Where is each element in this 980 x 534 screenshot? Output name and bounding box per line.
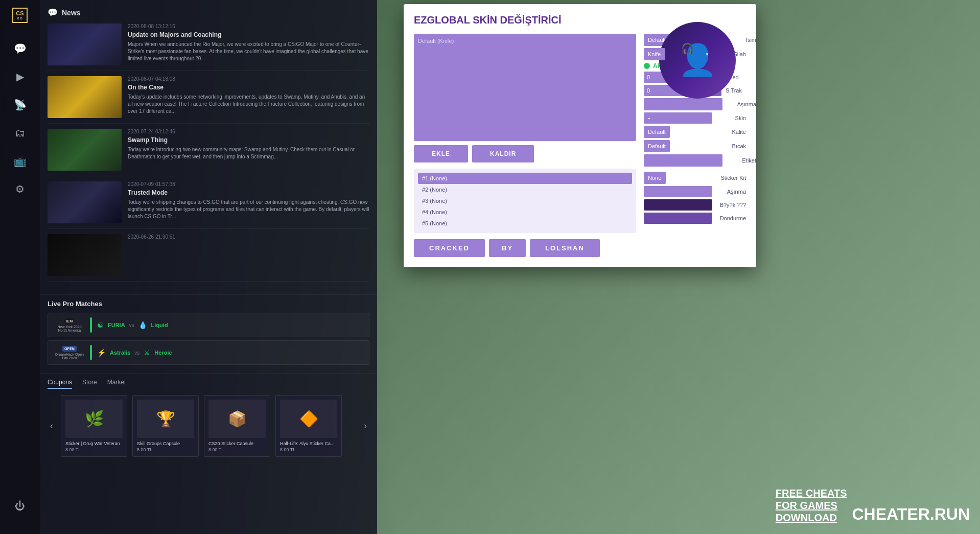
match-teams: ⚡ Astralis vs ⚔ Heroic	[97, 349, 363, 357]
sticker-kit-label: Sticker Kit	[715, 175, 746, 181]
tournament-badge: OPEN DreamHack Open Fall 2020	[54, 346, 85, 360]
bicak-row: Default Bıcak	[644, 140, 746, 152]
store-item-name: Half-Life: Alyx Sticker Ca...	[280, 441, 337, 446]
store-item-price: 8.00 TL	[280, 447, 337, 452]
sticker-asinma-label: Aşınma	[715, 189, 746, 195]
iem-badge: IEM	[64, 318, 75, 324]
watermark-line1: FREE CHEATS	[776, 487, 847, 499]
sidebar-item-inventory[interactable]: 🗂	[7, 120, 33, 146]
asinma-input[interactable]	[644, 98, 722, 110]
skin-changer-footer: CRACKED BY LOLSHAN	[414, 239, 746, 257]
store-item-price: 8.00 TL	[137, 447, 194, 452]
news-item[interactable]: 2020-08-08 13:12:16 Update on Majors and…	[48, 24, 369, 71]
bicak-label: Bıcak	[715, 143, 746, 149]
news-section-icon: 💬	[48, 8, 58, 17]
news-thumbnail	[48, 181, 122, 223]
tab-store[interactable]: Store	[82, 379, 97, 389]
match-item[interactable]: OPEN DreamHack Open Fall 2020 ⚡ Astralis…	[48, 340, 369, 365]
by-button[interactable]: BY	[489, 239, 526, 257]
avatar: 👤 🎧	[659, 22, 736, 99]
skin-action-buttons: EKLE KALDIR	[414, 145, 636, 162]
news-item[interactable]: 2020-07-24 03:12:46 Swamp Thing Today we…	[48, 129, 369, 176]
sticker-bozukluk-row: B?y?kl???	[644, 199, 746, 211]
inventory-icon: 🗂	[15, 127, 25, 139]
team1-logo: ⚡	[97, 349, 106, 357]
news-date: 2020-08-08 13:12:16	[128, 24, 369, 29]
sticker-slot-2[interactable]: #2 (None)	[418, 184, 632, 195]
tournament-name: DreamHack Open	[55, 353, 84, 356]
sticker-kit-select[interactable]: None	[644, 172, 666, 184]
etiket-row: Etiket	[644, 154, 746, 167]
app-logo: CS GO	[6, 5, 34, 26]
store-item[interactable]: 🏆 Skill Groups Capsule 8.00 TL	[132, 395, 199, 457]
kalite-row: Default Kalite	[644, 126, 746, 138]
news-section-title: News	[62, 9, 81, 17]
sidebar-item-watch[interactable]: 📺	[7, 148, 33, 174]
sticker-asinma-row: Aşınma	[644, 186, 746, 197]
store-item-name: Skill Groups Capsule	[137, 441, 194, 446]
store-item[interactable]: 📦 CS20 Sticker Capsule 8.00 TL	[204, 395, 270, 457]
news-date: 2020-07-24 03:12:46	[128, 129, 369, 134]
asinma-label: Aşınma	[726, 101, 756, 107]
sticker-slot-1[interactable]: #1 (None)	[418, 173, 632, 184]
news-content: 2020-06-26 21:30:51	[128, 234, 369, 276]
news-thumbnail	[48, 76, 122, 118]
store-prev-button[interactable]: ‹	[48, 418, 56, 434]
watermark-line2: FOR GAMES	[776, 499, 847, 512]
live-matches-title: Live Pro Matches	[48, 300, 369, 308]
store-item[interactable]: 🌿 Sticker | Drug War Veteran 8.00 TL	[61, 395, 127, 457]
news-date: 2020-06-26 21:30:51	[128, 234, 369, 240]
news-date: 2020-08-07 04:18:08	[128, 76, 369, 82]
store-item-price: 8.00 TL	[208, 447, 266, 452]
store-next-button[interactable]: ›	[361, 418, 369, 434]
lolshan-button[interactable]: LOLSHAN	[530, 239, 600, 257]
team1-name: Astralis	[110, 350, 130, 356]
kalite-select[interactable]: Default	[644, 126, 670, 138]
watermark-left-text: FREE CHEATS FOR GAMES DOWNLOAD	[776, 487, 847, 524]
news-thumbnail	[48, 24, 122, 65]
news-item[interactable]: 2020-07-09 01:57:38 Trusted Mode Today w…	[48, 181, 369, 229]
news-item[interactable]: 2020-06-26 21:30:51	[48, 234, 369, 282]
sidebar-item-exit[interactable]: ⏻	[7, 493, 33, 519]
sticker-bozukluk-bar	[644, 199, 712, 211]
cracked-button[interactable]: CRACKED	[414, 239, 485, 257]
news-date: 2020-07-09 01:57:38	[128, 181, 369, 187]
sticker-slot-3[interactable]: #3 (None)	[418, 195, 632, 206]
watch-icon: 📺	[14, 155, 27, 167]
news-title: Update on Majors and Coaching	[128, 31, 369, 38]
store-item-image: 🌿	[65, 400, 123, 438]
sidebar-item-news[interactable]: 💬	[7, 36, 33, 61]
match-item[interactable]: IEM New York 2020 North America ☯ FURIA …	[48, 313, 369, 337]
bicak-select[interactable]: Default	[644, 140, 670, 152]
skin-changer-left-panel: Default (Knife) EKLE KALDIR #1 (None) #2…	[414, 34, 636, 233]
tab-coupons[interactable]: Coupons	[48, 379, 72, 389]
silah-select[interactable]: Knife	[644, 48, 665, 60]
sidebar-item-settings[interactable]: ⚙	[7, 176, 33, 202]
settings-icon: ⚙	[15, 183, 25, 195]
sidebar-item-play[interactable]: ▶	[7, 64, 33, 89]
play-icon: ▶	[16, 71, 24, 83]
news-content: 2020-07-24 03:12:46 Swamp Thing Today we…	[128, 129, 369, 171]
etiket-input[interactable]	[644, 154, 722, 167]
sticker-slot-4[interactable]: #4 (None)	[418, 206, 632, 218]
sidebar-navigation: 💬 ▶ 📡 🗂 📺 ⚙	[7, 36, 33, 493]
store-item-name: Sticker | Drug War Veteran	[65, 441, 123, 446]
news-title: On the Case	[128, 84, 369, 91]
sticker-slot-5[interactable]: #5 (None)	[418, 218, 632, 229]
kaldir-button[interactable]: KALDIR	[472, 145, 534, 162]
news-item[interactable]: 2020-08-07 04:18:08 On the Case Today's …	[48, 76, 369, 124]
team2-logo: ⚔	[144, 349, 150, 357]
sticker-dondurme-label: Dondurme	[715, 215, 746, 221]
sidebar: CS GO 💬 ▶ 📡 🗂 📺 ⚙ ⏻	[0, 0, 40, 534]
news-thumbnail	[48, 129, 122, 171]
store-item[interactable]: 🔶 Half-Life: Alyx Sticker Ca... 8.00 TL	[275, 395, 342, 457]
news-excerpt: Majors When we announced the Rio Major, …	[128, 41, 369, 62]
sidebar-item-radar[interactable]: 📡	[7, 92, 33, 118]
tab-market[interactable]: Market	[107, 379, 126, 389]
news-content: 2020-08-07 04:18:08 On the Case Today's …	[128, 76, 369, 118]
ekle-button[interactable]: EKLE	[414, 145, 468, 162]
store-section: Coupons Store Market ‹ 🌿 Sticker | Drug …	[40, 373, 377, 462]
sticker-kit-row: None Sticker Kit	[644, 172, 746, 184]
store-item-price: 8.00 TL	[65, 447, 123, 452]
watermark-site: CHEATER.RUN	[852, 505, 970, 524]
